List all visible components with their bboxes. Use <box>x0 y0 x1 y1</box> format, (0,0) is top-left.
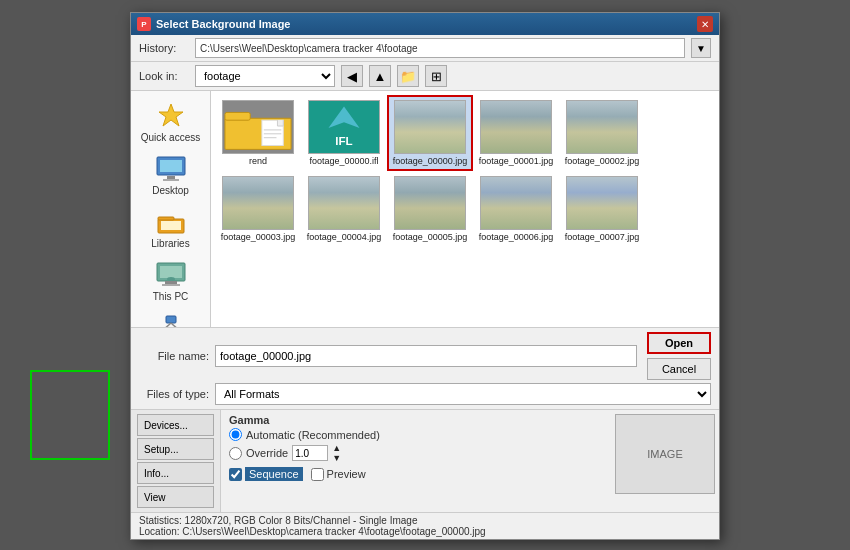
this-pc-icon <box>155 261 187 289</box>
view-button[interactable]: View <box>137 486 214 508</box>
nav-view-button[interactable]: ⊞ <box>425 65 447 87</box>
svg-rect-3 <box>167 176 175 179</box>
footage-00003-label: footage_00003.jpg <box>220 232 296 242</box>
file-item-footage-00000[interactable]: footage_00000.jpg <box>389 97 471 169</box>
footage-00004-label: footage_00004.jpg <box>306 232 382 242</box>
footage-00006-thumb <box>480 176 552 230</box>
file-item-footage-00002[interactable]: footage_00002.jpg <box>561 97 643 169</box>
history-path-input[interactable] <box>195 38 685 58</box>
svg-rect-13 <box>166 316 176 323</box>
sidebar-item-libraries[interactable]: Libraries <box>136 205 206 252</box>
filename-input[interactable] <box>215 345 637 367</box>
gamma-automatic-label: Automatic (Recommended) <box>246 429 380 441</box>
filename-label: File name: <box>139 350 209 362</box>
file-item-footage-00007[interactable]: footage_00007.jpg <box>561 173 643 245</box>
image-preview: IMAGE <box>615 414 715 494</box>
footage-00005-label: footage_00005.jpg <box>392 232 468 242</box>
file-item-footage-00003[interactable]: footage_00003.jpg <box>217 173 299 245</box>
dialog-titlebar: P Select Background Image ✕ <box>131 13 719 35</box>
preview-label: Preview <box>327 468 366 480</box>
svg-rect-19 <box>225 112 250 120</box>
gamma-automatic-radio[interactable] <box>229 428 242 441</box>
footage-00001-label: footage_00001.jpg <box>478 156 554 166</box>
filetype-label: Files of type: <box>139 388 209 400</box>
libraries-icon <box>155 208 187 236</box>
file-item-footage-00005[interactable]: footage_00005.jpg <box>389 173 471 245</box>
footage-00007-thumb <box>566 176 638 230</box>
footage-00007-label: footage_00007.jpg <box>564 232 640 242</box>
footage-00001-thumb <box>480 100 552 154</box>
lookin-select[interactable]: footage <box>195 65 335 87</box>
sequence-label: Sequence <box>245 467 303 481</box>
footage-00000-thumb <box>394 100 466 154</box>
content-area: Quick access Desktop <box>131 91 719 327</box>
sidebar-item-quick-access[interactable]: Quick access <box>136 99 206 146</box>
footage-00003-thumb <box>222 176 294 230</box>
svg-text:IFL: IFL <box>335 134 352 147</box>
green-selection-rect <box>30 370 110 460</box>
file-item-rend[interactable]: rend <box>217 97 299 169</box>
history-dropdown-button[interactable]: ▼ <box>691 38 711 58</box>
sidebar-item-thispc[interactable]: This PC <box>136 258 206 305</box>
gamma-section: Gamma Automatic (Recommended) Override ▲… <box>221 410 611 512</box>
sidebar-item-desktop[interactable]: Desktop <box>136 152 206 199</box>
sidebar-libraries-label: Libraries <box>151 238 189 249</box>
close-button[interactable]: ✕ <box>697 16 713 32</box>
gamma-spin-up[interactable]: ▲▼ <box>332 443 341 463</box>
desktop-icon <box>155 155 187 183</box>
footage-00005-thumb <box>394 176 466 230</box>
footage-00004-thumb <box>308 176 380 230</box>
svg-rect-9 <box>160 266 182 278</box>
preview-checkbox-label[interactable]: Preview <box>311 468 366 481</box>
extra-panel: Devices... Setup... Info... View Gamma A… <box>131 409 719 512</box>
sidebar-item-network[interactable]: Network <box>136 311 206 327</box>
footage-00002-thumb <box>566 100 638 154</box>
network-icon <box>155 314 187 327</box>
history-label: History: <box>139 42 189 54</box>
bottom-form: File name: Open Cancel Files of type: Al… <box>131 327 719 409</box>
filename-row: File name: Open Cancel <box>139 332 711 380</box>
nav-back-button[interactable]: ◀ <box>341 65 363 87</box>
setup-button[interactable]: Setup... <box>137 438 214 460</box>
sequence-checkbox-label[interactable]: Sequence <box>229 467 303 481</box>
sidebar-quick-access-label: Quick access <box>141 132 200 143</box>
gamma-override-input[interactable] <box>292 445 328 461</box>
svg-marker-0 <box>159 104 183 126</box>
svg-rect-10 <box>165 281 177 284</box>
svg-point-12 <box>167 277 175 281</box>
filetype-select[interactable]: All Formats <box>215 383 711 405</box>
file-item-footage-00004[interactable]: footage_00004.jpg <box>303 173 385 245</box>
gamma-title: Gamma <box>229 414 603 426</box>
gamma-automatic-row: Automatic (Recommended) <box>229 428 603 441</box>
select-background-dialog: P Select Background Image ✕ History: ▼ L… <box>130 12 720 540</box>
footage-00002-label: footage_00002.jpg <box>564 156 640 166</box>
open-button[interactable]: Open <box>647 332 711 354</box>
lookin-label: Look in: <box>139 70 189 82</box>
file-item-footage-00006[interactable]: footage_00006.jpg <box>475 173 557 245</box>
checkbox-row: Sequence Preview <box>229 465 603 483</box>
file-item-footage-00001[interactable]: footage_00001.jpg <box>475 97 557 169</box>
location-text: Location: C:\Users\Weel\Desktop\camera t… <box>139 526 711 537</box>
ifl-thumb: IFL <box>308 100 380 154</box>
ifl-label: footage_00000.ifl <box>306 156 382 166</box>
nav-new-folder-button[interactable]: 📁 <box>397 65 419 87</box>
gamma-override-radio[interactable] <box>229 447 242 460</box>
footage-00000-label: footage_00000.jpg <box>392 156 468 166</box>
nav-up-button[interactable]: ▲ <box>369 65 391 87</box>
dialog-app-icon: P <box>137 17 151 31</box>
preview-checkbox[interactable] <box>311 468 324 481</box>
info-button[interactable]: Info... <box>137 462 214 484</box>
image-preview-label: IMAGE <box>647 448 682 460</box>
file-item-ifl[interactable]: IFL footage_00000.ifl <box>303 97 385 169</box>
filetype-row: Files of type: All Formats <box>139 383 711 405</box>
action-buttons: Open Cancel <box>647 332 711 380</box>
statistics-area: Statistics: 1280x720, RGB Color 8 Bits/C… <box>131 512 719 539</box>
titlebar-left: P Select Background Image <box>137 17 291 31</box>
cancel-button[interactable]: Cancel <box>647 358 711 380</box>
svg-rect-4 <box>163 179 179 181</box>
sequence-checkbox[interactable] <box>229 468 242 481</box>
devices-button[interactable]: Devices... <box>137 414 214 436</box>
file-browser[interactable]: rend IFL footage_00000.ifl footag <box>211 91 719 327</box>
left-buttons: Devices... Setup... Info... View <box>131 410 221 512</box>
svg-rect-11 <box>162 284 180 286</box>
